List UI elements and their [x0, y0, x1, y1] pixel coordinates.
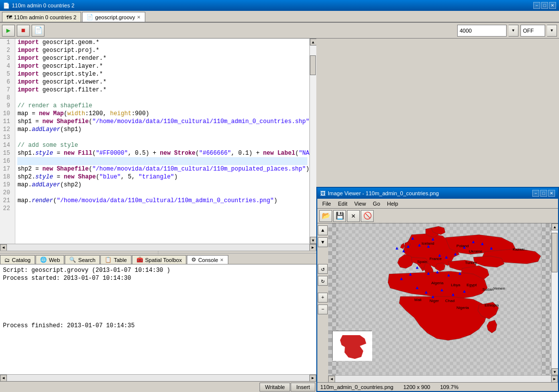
search-icon: 🔍 — [69, 257, 76, 263]
iv-icon: 🖼 — [320, 190, 326, 196]
tab-label: geoscript.groovy — [95, 14, 135, 20]
svg-text:Sudan: Sudan — [482, 287, 494, 292]
iv-zoom-in[interactable]: + — [318, 293, 328, 303]
iv-title-bar: 🖼 Image Viewer - 110m_admin_0_countries.… — [317, 188, 558, 199]
iv-v-track[interactable] — [552, 230, 559, 368]
svg-text:France: France — [430, 257, 442, 261]
stop-button[interactable]: ■ — [17, 25, 30, 37]
svg-text:Kazaki...: Kazaki... — [513, 247, 527, 252]
tab-search[interactable]: 🔍 Search — [65, 255, 100, 264]
iv-menu-edit[interactable]: Edit — [335, 201, 350, 207]
iv-scroll-left[interactable]: ◀ — [328, 376, 335, 383]
minimize-btn[interactable]: − — [533, 2, 540, 9]
iv-stop-btn[interactable]: 🚫 — [361, 210, 374, 222]
image-viewer: 🖼 Image Viewer - 110m_admin_0_countries.… — [316, 187, 559, 392]
catalog-label: Catalog — [12, 257, 31, 263]
svg-text:Chad: Chad — [445, 299, 455, 303]
console-icon: ⚙ — [191, 257, 196, 263]
scroll-thumb[interactable] — [310, 55, 316, 75]
iv-scroll-up[interactable]: ▲ — [552, 223, 559, 230]
scroll-up-btn[interactable]: ▲ — [310, 39, 317, 45]
iv-main-area: Iceland Poland Ukraine Kazaki... Spain F… — [328, 223, 558, 382]
svg-text:Libya: Libya — [451, 283, 461, 287]
maximize-btn[interactable]: □ — [541, 2, 548, 9]
iv-maximize[interactable]: □ — [540, 190, 547, 197]
scroll-track[interactable] — [310, 45, 317, 237]
iv-menu-help[interactable]: Help — [384, 201, 401, 207]
iv-filename: 110m_admin_0_countries.png — [320, 384, 393, 390]
iv-nav-up[interactable]: ▲ — [318, 225, 328, 235]
svg-text:Poland: Poland — [457, 244, 469, 248]
code-content[interactable]: import geoscript.geom.*import geoscript.… — [15, 39, 309, 244]
off-dropdown[interactable]: ▼ — [547, 25, 557, 37]
scroll-left-btn[interactable]: ◀ — [0, 244, 7, 251]
iv-menu-file[interactable]: File — [319, 201, 334, 207]
tab-icon: 📄 — [86, 14, 93, 20]
iv-h-track[interactable] — [335, 376, 551, 383]
iv-status-bar: 110m_admin_0_countries.png 1200 x 900 10… — [317, 382, 558, 391]
iv-rotate-cw[interactable]: ↻ — [318, 276, 328, 286]
iv-thumbnail — [332, 331, 372, 360]
svg-text:Iceland: Iceland — [422, 241, 434, 246]
tab-countries[interactable]: 🗺 110m admin 0 countries 2 — [2, 12, 81, 22]
iv-open-btn[interactable]: 📂 — [319, 210, 332, 222]
splitter[interactable]: ⋮ — [0, 251, 316, 254]
iv-save-btn[interactable]: 💾 — [333, 210, 346, 222]
iv-minimize[interactable]: − — [532, 190, 539, 197]
svg-text:Yemen: Yemen — [493, 286, 505, 291]
toolbar: ▶ ■ 📄 ▼ ▼ — [0, 23, 559, 39]
svg-text:Egypt: Egypt — [467, 283, 477, 287]
tab-geoscript[interactable]: 📄 geoscript.groovy ✕ — [82, 12, 146, 22]
console-label: Console — [198, 257, 218, 263]
bottom-h-track[interactable] — [7, 375, 309, 382]
value-dropdown[interactable]: ▼ — [509, 25, 518, 37]
console-output[interactable]: Script: geoscript.groovy (2013-01-07 10:… — [0, 264, 316, 374]
tab-table[interactable]: 📋 Table — [100, 255, 131, 264]
bottom-tab-bar: 🗂 Catalog 🌐 Web 🔍 Search 📋 Table 🧰 Spati… — [0, 254, 316, 264]
code-editor[interactable]: 12345678910111213141516171819202122 impo… — [0, 39, 316, 251]
console-close-btn[interactable]: ✕ — [220, 258, 224, 262]
iv-nav-down[interactable]: ▼ — [318, 237, 328, 247]
iv-h-scrollbar[interactable]: ◀ ▶ — [328, 375, 558, 382]
iv-menu-go[interactable]: Go — [370, 201, 383, 207]
iv-dimensions: 1200 x 900 — [403, 384, 430, 390]
run-button[interactable]: ▶ — [2, 25, 15, 37]
iv-v-scrollbar[interactable]: ▲ ▼ — [551, 223, 558, 375]
iv-menu-view[interactable]: View — [351, 201, 369, 207]
close-btn[interactable]: ✕ — [549, 2, 556, 9]
tab-console[interactable]: ⚙ Console ✕ — [187, 255, 228, 264]
vertical-scrollbar[interactable]: ▲ ▼ — [309, 39, 316, 244]
insert-status: Insert — [291, 383, 315, 392]
value-input[interactable] — [457, 25, 507, 37]
web-icon: 🌐 — [40, 257, 47, 263]
scroll-right-btn[interactable]: ▶ — [309, 244, 316, 251]
bottom-scroll-left[interactable]: ◀ — [0, 375, 7, 382]
search-label: Search — [78, 257, 95, 263]
iv-close[interactable]: ✕ — [548, 190, 555, 197]
tab-close-btn[interactable]: ✕ — [137, 15, 141, 20]
iv-scroll-down[interactable]: ▼ — [552, 368, 559, 375]
svg-text:Niger: Niger — [430, 299, 439, 303]
scroll-down-btn[interactable]: ▼ — [310, 237, 317, 244]
tab-web[interactable]: 🌐 Web — [36, 255, 64, 264]
catalog-icon: 🗂 — [4, 257, 10, 263]
off-input[interactable] — [520, 25, 545, 37]
script-button[interactable]: 📄 — [32, 25, 44, 37]
iv-zoom: 109.7% — [440, 384, 458, 390]
web-label: Web — [49, 257, 60, 263]
iv-rotate-ccw[interactable]: ↺ — [318, 264, 328, 274]
svg-text:Ukraine: Ukraine — [469, 249, 483, 254]
spatial-toolbox-icon: 🧰 — [136, 257, 143, 263]
iv-canvas[interactable]: Iceland Poland Ukraine Kazaki... Spain F… — [328, 223, 551, 375]
iv-delete-btn[interactable]: ✕ — [347, 210, 360, 222]
bottom-scroll-right[interactable]: ▶ — [309, 375, 316, 382]
table-icon: 📋 — [105, 257, 112, 263]
status-bar: Writable Insert — [0, 381, 316, 392]
bottom-h-scrollbar[interactable]: ◀ ▶ — [0, 374, 316, 381]
title-bar: 📄 110m admin 0 countries 2 − □ ✕ — [0, 0, 559, 11]
svg-text:Turkey: Turkey — [465, 261, 477, 265]
tab-spatial-toolbox[interactable]: 🧰 Spatial Toolbox — [132, 255, 186, 264]
tab-catalog[interactable]: 🗂 Catalog — [0, 255, 35, 264]
iv-scroll-right[interactable]: ▶ — [551, 376, 558, 383]
iv-zoom-out[interactable]: − — [318, 305, 328, 314]
